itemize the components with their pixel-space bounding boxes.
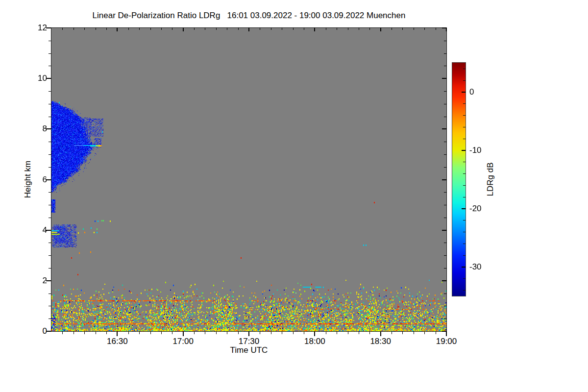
colorbar-minor-tick	[463, 220, 466, 220]
colorbar-tick	[462, 92, 466, 93]
x-minor-tick	[293, 28, 294, 30]
heatmap-canvas	[51, 28, 446, 331]
x-minor-tick	[238, 28, 239, 30]
x-minor-tick	[161, 28, 162, 30]
x-minor-tick	[424, 28, 425, 30]
x-minor-tick	[62, 28, 63, 30]
y-minor-tick	[49, 192, 51, 193]
y-minor-tick	[444, 318, 446, 319]
y-tick-label: 12	[29, 23, 47, 33]
x-minor-tick	[402, 28, 403, 30]
x-minor-tick	[150, 332, 151, 334]
x-minor-tick	[271, 28, 271, 30]
x-minor-tick	[348, 332, 348, 334]
x-minor-tick	[216, 332, 217, 334]
y-minor-tick	[444, 154, 446, 155]
y-tick-label: 2	[29, 276, 47, 286]
x-minor-tick	[216, 28, 217, 30]
y-minor-tick	[444, 255, 446, 256]
y-minor-tick	[444, 104, 446, 104]
x-minor-tick	[172, 28, 172, 30]
colorbar-minor-tick	[463, 127, 466, 127]
x-minor-tick	[392, 28, 392, 30]
x-tick	[446, 332, 447, 336]
chart-title: Linear De-Polarization Ratio LDRg 16:01 …	[51, 11, 446, 21]
y-minor-tick	[444, 243, 446, 243]
x-minor-tick	[96, 28, 96, 30]
y-minor-tick	[49, 294, 51, 294]
x-minor-tick	[106, 332, 107, 334]
x-minor-tick	[227, 28, 227, 30]
x-tick	[380, 332, 381, 336]
x-minor-tick	[227, 332, 227, 334]
y-minor-tick	[444, 53, 446, 54]
x-minor-tick	[238, 332, 239, 334]
x-minor-tick	[74, 28, 74, 30]
x-tick	[380, 28, 381, 31]
y-minor-tick	[444, 306, 446, 306]
colorbar-minor-tick	[463, 115, 466, 116]
x-minor-tick	[424, 332, 425, 334]
y-minor-tick	[49, 154, 51, 155]
colorbar	[452, 62, 466, 296]
x-minor-tick	[282, 28, 282, 30]
x-minor-tick	[161, 332, 162, 334]
y-minor-tick	[49, 91, 51, 92]
x-minor-tick	[414, 28, 414, 30]
y-tick	[442, 179, 446, 180]
x-tick	[248, 28, 249, 31]
colorbar-minor-tick	[463, 173, 466, 174]
y-minor-tick	[49, 117, 51, 117]
x-minor-tick	[348, 28, 348, 30]
plot-area	[51, 27, 447, 332]
y-tick	[442, 128, 446, 129]
y-minor-tick	[444, 91, 446, 92]
colorbar-minor-tick	[463, 139, 466, 139]
y-minor-tick	[444, 218, 446, 218]
y-tick-label: 10	[29, 74, 47, 83]
y-minor-tick	[444, 41, 446, 41]
x-minor-tick	[359, 332, 359, 334]
x-tick	[248, 332, 249, 336]
x-tick-label: 17:30	[233, 337, 265, 346]
colorbar-tick	[462, 150, 466, 151]
y-minor-tick	[49, 104, 51, 104]
x-minor-tick	[128, 28, 129, 30]
x-minor-tick	[74, 332, 74, 334]
y-tick	[442, 78, 446, 79]
y-minor-tick	[444, 117, 446, 117]
y-minor-tick	[49, 318, 51, 319]
x-tick	[314, 332, 315, 336]
y-minor-tick	[49, 218, 51, 218]
y-tick	[442, 280, 446, 281]
colorbar-tick-label: -20	[469, 204, 482, 214]
x-axis-title: Time UTC	[51, 345, 446, 355]
x-minor-tick	[271, 332, 271, 334]
figure: Linear De-Polarization Ratio LDRg 16:01 …	[0, 0, 588, 392]
y-minor-tick	[444, 192, 446, 193]
x-minor-tick	[392, 332, 392, 334]
x-tick-label: 18:00	[299, 337, 330, 346]
x-minor-tick	[359, 28, 359, 30]
x-minor-tick	[260, 28, 260, 30]
y-minor-tick	[49, 66, 51, 66]
x-tick	[446, 28, 447, 31]
colorbar-tick-label: -10	[469, 146, 482, 155]
x-minor-tick	[194, 332, 195, 334]
y-minor-tick	[49, 255, 51, 256]
x-tick-label: 19:00	[431, 337, 462, 346]
y-minor-tick	[444, 66, 446, 66]
colorbar-minor-tick	[463, 255, 466, 256]
y-minor-tick	[49, 205, 51, 205]
y-tick	[442, 27, 446, 28]
x-minor-tick	[84, 28, 85, 30]
y-minor-tick	[49, 243, 51, 243]
colorbar-minor-tick	[463, 162, 466, 162]
colorbar-minor-tick	[463, 232, 466, 232]
colorbar-gradient	[452, 63, 466, 296]
x-minor-tick	[436, 28, 436, 30]
colorbar-minor-tick	[463, 69, 466, 69]
y-minor-tick	[49, 142, 51, 142]
y-minor-tick	[49, 167, 51, 168]
y-minor-tick	[49, 268, 51, 269]
